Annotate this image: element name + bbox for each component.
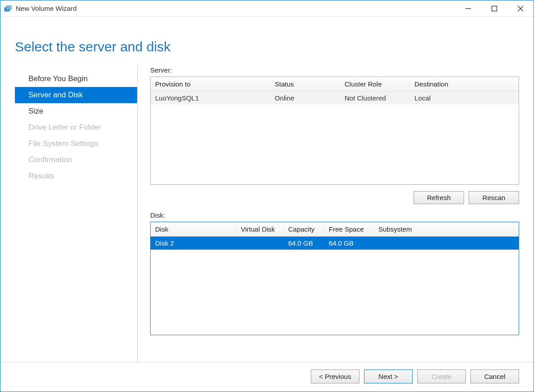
minimize-button[interactable] — [455, 0, 481, 16]
step-file-system: File System Settings — [15, 136, 137, 152]
previous-button[interactable]: < Previous — [311, 369, 359, 383]
step-size[interactable]: Size — [15, 103, 137, 119]
cell-disk: Disk 2 — [151, 237, 236, 250]
col-disk[interactable]: Disk — [151, 222, 236, 236]
cancel-button[interactable]: Cancel — [470, 369, 519, 383]
cell-destination: Local — [410, 91, 519, 105]
col-free-space[interactable]: Free Space — [324, 222, 374, 236]
page-title: Select the server and disk — [0, 17, 534, 65]
col-virtual-disk[interactable]: Virtual Disk — [236, 222, 284, 236]
wizard-window: New Volume Wizard Select the server and … — [0, 0, 534, 392]
col-cluster-role[interactable]: Cluster Role — [340, 77, 410, 91]
window-title: New Volume Wizard — [16, 5, 455, 12]
step-results: Results — [15, 168, 137, 184]
next-button[interactable]: Next > — [364, 369, 413, 383]
cell-provision-to: LuoYongSQL1 — [151, 91, 270, 105]
maximize-button[interactable] — [481, 0, 507, 16]
step-label: Confirmation — [28, 155, 72, 164]
titlebar: New Volume Wizard — [0, 0, 534, 17]
col-destination[interactable]: Destination — [410, 77, 519, 91]
step-drive-letter: Drive Letter or Folder — [15, 119, 137, 136]
server-label: Server: — [150, 66, 519, 74]
server-actions: Refresh Rescan — [150, 191, 519, 204]
cell-free-space: 64.0 GB — [324, 237, 374, 250]
col-provision-to[interactable]: Provision to — [151, 77, 270, 91]
step-before-you-begin[interactable]: Before You Begin — [15, 71, 137, 87]
col-capacity[interactable]: Capacity — [284, 222, 324, 236]
step-label: Before You Begin — [28, 74, 87, 83]
disk-grid-header: Disk Virtual Disk Capacity Free Space Su… — [151, 222, 519, 237]
step-label: Results — [28, 172, 54, 180]
server-row[interactable]: LuoYongSQL1 Online Not Clustered Local — [151, 91, 519, 105]
disk-label: Disk: — [150, 211, 519, 219]
cell-virtual-disk — [236, 237, 284, 250]
step-label: File System Settings — [28, 139, 98, 148]
server-manager-icon — [4, 5, 12, 13]
col-subsystem[interactable]: Subsystem — [374, 222, 519, 236]
rescan-button[interactable]: Rescan — [469, 191, 519, 204]
col-status[interactable]: Status — [270, 77, 340, 91]
disk-grid[interactable]: Disk Virtual Disk Capacity Free Space Su… — [150, 222, 519, 335]
cell-status: Online — [270, 91, 340, 105]
svg-rect-5 — [492, 6, 497, 11]
server-grid-header: Provision to Status Cluster Role Destina… — [151, 77, 519, 91]
step-label: Size — [28, 107, 43, 115]
cell-cluster-role: Not Clustered — [340, 91, 410, 105]
cell-subsystem — [374, 237, 519, 250]
cell-capacity: 64.0 GB — [284, 237, 324, 250]
right-pane: Server: Provision to Status Cluster Role… — [150, 65, 519, 362]
window-controls — [455, 0, 534, 16]
close-button[interactable] — [507, 0, 534, 16]
create-button: Create — [417, 369, 466, 383]
refresh-button[interactable]: Refresh — [414, 191, 464, 204]
step-confirmation: Confirmation — [15, 152, 137, 168]
server-grid[interactable]: Provision to Status Cluster Role Destina… — [150, 77, 519, 185]
disk-row[interactable]: Disk 2 64.0 GB 64.0 GB — [151, 237, 519, 250]
wizard-footer: < Previous Next > Create Cancel — [0, 362, 534, 392]
content: Select the server and disk Before You Be… — [0, 17, 534, 392]
step-label: Server and Disk — [28, 91, 83, 99]
wizard-steps-sidebar: Before You Begin Server and Disk Size Dr… — [15, 65, 138, 362]
main-row: Before You Begin Server and Disk Size Dr… — [0, 65, 534, 362]
step-label: Drive Letter or Folder — [28, 123, 101, 132]
step-server-and-disk[interactable]: Server and Disk — [15, 87, 137, 103]
